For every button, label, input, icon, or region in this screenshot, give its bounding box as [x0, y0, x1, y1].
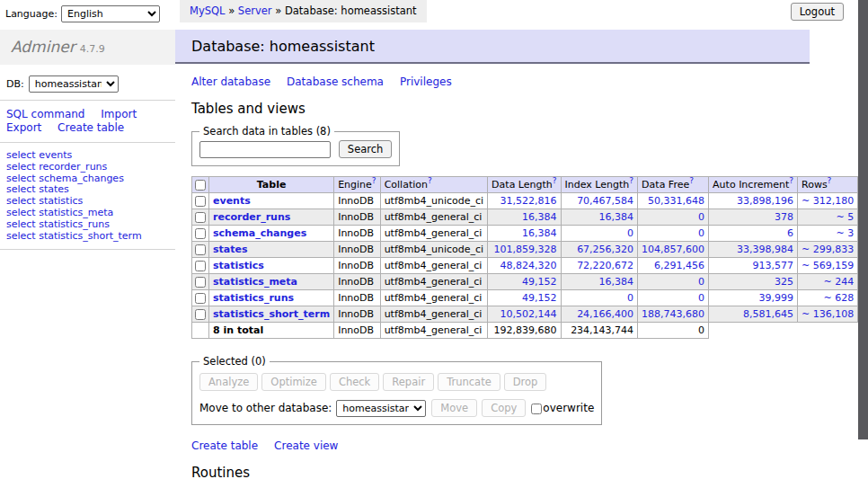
nav-link-alter-database[interactable]: Alter database — [191, 75, 270, 88]
search-fieldset: Search data in tables (8) Search — [191, 125, 400, 166]
auto-increment-cell: 325 — [709, 274, 798, 290]
row-checkbox-statistics-short-term[interactable] — [195, 309, 206, 320]
row-checkbox-recorder-runs[interactable] — [195, 212, 206, 223]
row-checkbox-cell — [192, 306, 209, 323]
row-checkbox-statistics-meta[interactable] — [195, 277, 206, 288]
row-checkbox-statistics[interactable] — [195, 261, 206, 271]
help-link-data-free[interactable]: ? — [689, 177, 694, 186]
sidebar-item-select-statistics-runs[interactable]: select statistics_runs — [6, 219, 175, 231]
db-row: DB:homeassistant — [0, 65, 175, 93]
breadcrumb-link-server[interactable]: Server — [238, 4, 272, 17]
table-name-cell: events — [209, 193, 334, 209]
help-link-index-length[interactable]: ? — [629, 177, 633, 186]
nav-link-privileges[interactable]: Privileges — [400, 75, 452, 88]
sidebar-item-select-statistics-meta[interactable]: select statistics_meta — [6, 208, 175, 219]
index-length-cell: 72,220,672 — [561, 258, 638, 274]
scrollbar-thumb[interactable] — [858, 0, 868, 439]
data-length-cell: 49,152 — [488, 274, 561, 290]
table-link-recorder-runs[interactable]: recorder_runs — [213, 211, 290, 223]
adminer-version: 4.7.9 — [80, 43, 105, 55]
table-row: statistics_short_termInnoDButf8mb4_gener… — [192, 306, 868, 323]
help-link-engine[interactable]: ? — [372, 177, 376, 186]
rows-cell: ~ 628 — [798, 290, 858, 306]
engine-cell: InnoDB — [334, 242, 380, 258]
sidebar-action-import[interactable]: Import — [101, 108, 137, 120]
data-free-cell: 188,743,680 — [638, 306, 709, 323]
engine-cell: InnoDB — [334, 226, 380, 242]
sidebar-action-create-table[interactable]: Create table — [58, 121, 124, 134]
sidebar-item-select-recorder-runs[interactable]: select recorder_runs — [6, 162, 175, 173]
data-length-cell: 101,859,328 — [488, 242, 561, 258]
select-all-checkbox[interactable] — [195, 180, 206, 191]
data-length-cell: 48,824,320 — [488, 258, 561, 274]
total-data-length-cell: 192,839,680 — [488, 323, 561, 339]
engine-cell: InnoDB — [334, 306, 380, 323]
total-checkbox-cell — [192, 323, 209, 339]
database-nav-links: Alter databaseDatabase schemaPrivileges — [191, 75, 858, 88]
move-database-select[interactable]: homeassistant — [336, 400, 426, 417]
table-link-statistics-runs[interactable]: statistics_runs — [213, 292, 294, 304]
selected-legend: Selected (0) — [199, 355, 270, 368]
copy-button: Copy — [482, 399, 526, 417]
page-title: Database: homeassistant — [175, 30, 810, 64]
table-link-statistics-short-term[interactable]: statistics_short_term — [213, 308, 330, 320]
row-checkbox-states[interactable] — [195, 244, 206, 255]
breadcrumb-link-mysql[interactable]: MySQL — [190, 4, 226, 17]
logout-button[interactable]: Logout — [791, 3, 844, 21]
create-view-link[interactable]: Create view — [274, 439, 338, 452]
row-checkbox-events[interactable] — [195, 196, 206, 207]
db-select[interactable]: homeassistant — [29, 75, 119, 93]
auto-increment-cell: 378 — [709, 209, 798, 226]
analyze-button: Analyze — [199, 373, 258, 391]
sidebar-item-select-statistics-short-term[interactable]: select statistics_short_term — [6, 231, 175, 243]
row-checkbox-statistics-runs[interactable] — [195, 293, 206, 304]
table-row: statistics_runsInnoDButf8mb4_general_ci4… — [192, 290, 868, 306]
column-header-rows: Rows? — [798, 177, 858, 193]
sidebar-divider — [0, 142, 175, 143]
rows-cell: ~ 569,159 — [798, 258, 858, 274]
help-link-rows[interactable]: ? — [828, 177, 832, 186]
collation-cell: utf8mb4_general_ci — [380, 209, 487, 226]
engine-cell: InnoDB — [334, 193, 380, 209]
table-link-statistics-meta[interactable]: statistics_meta — [213, 276, 297, 288]
index-length-cell: 70,467,584 — [561, 193, 638, 209]
help-link-collation[interactable]: ? — [428, 177, 432, 186]
table-link-schema-changes[interactable]: schema_changes — [213, 227, 306, 239]
collation-cell: utf8mb4_general_ci — [380, 274, 487, 290]
table-link-states[interactable]: states — [213, 244, 248, 255]
row-checkbox-cell — [192, 193, 209, 209]
table-footer-links: Create tableCreate view — [191, 439, 858, 452]
table-link-statistics[interactable]: statistics — [213, 260, 264, 271]
move-label: Move to other database: — [199, 402, 332, 414]
data-length-cell: 16,384 — [488, 226, 561, 242]
row-checkbox-cell — [192, 258, 209, 274]
nav-link-database-schema[interactable]: Database schema — [287, 75, 384, 88]
search-input[interactable] — [199, 141, 331, 158]
help-link-data-length[interactable]: ? — [553, 177, 557, 186]
sidebar-item-select-events[interactable]: select events — [6, 150, 175, 162]
move-button: Move — [431, 399, 477, 417]
sidebar-action-sql-command[interactable]: SQL command — [6, 108, 84, 120]
row-checkbox-schema-changes[interactable] — [195, 228, 206, 239]
help-link-auto-increment[interactable]: ? — [789, 177, 793, 186]
search-button[interactable]: Search — [339, 140, 393, 158]
language-select[interactable]: English — [61, 5, 160, 22]
table-name-cell: statistics_meta — [209, 274, 334, 290]
create-table-link[interactable]: Create table — [191, 439, 258, 452]
breadcrumb: MySQL » Server » Database: homeassistant — [180, 0, 427, 22]
data-free-cell: 104,857,600 — [638, 242, 709, 258]
overwrite-label: overwrite — [543, 402, 594, 414]
table-link-events[interactable]: events — [213, 195, 251, 207]
rows-cell: ~ 3 — [798, 226, 858, 242]
vertical-scrollbar — [858, 0, 868, 488]
search-legend: Search data in tables (8) — [199, 125, 334, 138]
sidebar-action-export[interactable]: Export — [6, 121, 41, 134]
overwrite-checkbox[interactable] — [531, 404, 542, 414]
adminer-logo: Adminer — [11, 38, 75, 56]
table-name-cell: states — [209, 242, 334, 258]
index-length-cell: 0 — [561, 290, 638, 306]
collation-cell: utf8mb4_general_ci — [380, 226, 487, 242]
row-checkbox-cell — [192, 274, 209, 290]
index-length-cell: 16,384 — [561, 209, 638, 226]
data-free-cell: 0 — [638, 290, 709, 306]
